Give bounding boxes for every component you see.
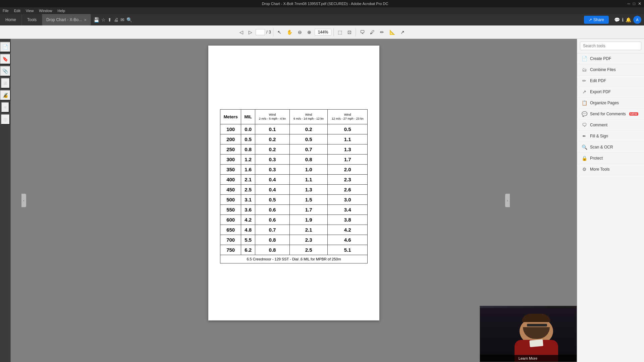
minimize-button[interactable]: ─ xyxy=(627,1,630,6)
left-sidebar: 📄 🔖 📎 ⊞ 🔏 ≡ ◎ xyxy=(0,39,11,362)
nav-search-icon[interactable]: 🔍 xyxy=(126,17,132,22)
left-sidebar-pages-icon[interactable]: 📄 xyxy=(0,42,11,52)
toolbar-zoom-value[interactable]: 144% xyxy=(315,29,331,36)
left-panel-collapse[interactable]: ‹ xyxy=(21,194,26,207)
table-cell-5-2: 0.4 xyxy=(255,175,290,185)
fill-&-sign-label: Fill & Sign xyxy=(590,134,608,138)
toolbar-share-view-tool[interactable]: ↗ xyxy=(398,28,407,36)
toolbar-hand-tool[interactable]: ✋ xyxy=(285,28,294,36)
toolbar-comment-tool[interactable]: 🗨 xyxy=(358,28,367,36)
nav-email-icon[interactable]: ✉ xyxy=(120,17,124,22)
table-cell-6-2: 0.4 xyxy=(255,185,290,195)
content-area: ‹ › Meters MIL Wind 2 m/s - 5 mph - 4 kn xyxy=(11,39,577,362)
left-sidebar-extra-icon[interactable]: ◎ xyxy=(1,114,10,125)
toolbar-next-page[interactable]: ▷ xyxy=(247,28,254,36)
right-tool-item-scan-&-ocr[interactable]: 🔍Scan & OCR xyxy=(577,142,644,153)
left-sidebar-attachments-icon[interactable]: 📎 xyxy=(0,66,11,76)
table-row: 7005.50.82.34.6 xyxy=(220,235,368,245)
toolbar-prev-page[interactable]: ◁ xyxy=(237,28,245,36)
table-cell-2-0: 250 xyxy=(220,144,241,155)
table-cell-5-4: 2.3 xyxy=(328,175,368,185)
nav-upload-icon[interactable]: ⬆ xyxy=(108,17,112,22)
right-tool-item-create-pdf[interactable]: 📄Create PDF xyxy=(577,53,644,64)
menu-help[interactable]: Help xyxy=(57,9,65,13)
share-button[interactable]: ↗ Share xyxy=(584,16,609,24)
menu-view[interactable]: View xyxy=(26,9,34,13)
toolbar-cursor-tool[interactable]: ↖ xyxy=(275,28,283,36)
left-sidebar-content-icon[interactable]: ≡ xyxy=(1,102,9,113)
table-cell-7-4: 3.0 xyxy=(328,195,368,205)
table-cell-9-1: 4.2 xyxy=(241,215,255,225)
table-cell-7-3: 1.5 xyxy=(289,195,327,205)
toolbar-page-input[interactable]: 1 xyxy=(256,29,265,35)
nav-home[interactable]: Home xyxy=(0,14,22,25)
toolbar-highlight-tool[interactable]: 🖊 xyxy=(368,28,377,36)
scan-&-ocr-icon: 🔍 xyxy=(581,144,587,150)
nav-tab-document[interactable]: Drop Chart - X-Bo... ✕ xyxy=(42,14,91,25)
table-cell-12-4: 5.1 xyxy=(328,245,368,255)
table-row: 1000.00.10.20.5 xyxy=(220,124,368,134)
left-sidebar-signatures-icon[interactable]: 🔏 xyxy=(0,90,11,101)
right-tool-item-combine-files[interactable]: 🗂Combine Files xyxy=(577,64,644,75)
table-cell-1-3: 0.5 xyxy=(289,134,327,144)
table-cell-4-1: 1.6 xyxy=(241,165,255,175)
nav-avatar-icon[interactable]: A xyxy=(633,16,641,24)
toolbar-zoom-out[interactable]: ⊖ xyxy=(296,28,304,36)
nav-save-icon[interactable]: 💾 xyxy=(94,17,99,22)
right-tool-item-export-pdf[interactable]: ↗Export PDF xyxy=(577,86,644,98)
right-tool-item-edit-pdf[interactable]: ✏Edit PDF xyxy=(577,75,644,86)
learn-more-bar[interactable]: Learn More xyxy=(480,355,577,362)
tab-close-icon[interactable]: ✕ xyxy=(84,18,87,22)
left-sidebar-layers-icon[interactable]: ⊞ xyxy=(1,78,10,88)
nav-print-icon[interactable]: 🖨 xyxy=(114,17,118,22)
toolbar-fit-page[interactable]: ⊡ xyxy=(345,28,354,36)
titlebar-controls[interactable]: ─ □ ✕ xyxy=(627,1,641,6)
right-tool-item-comment[interactable]: 🗨Comment xyxy=(577,120,644,131)
table-row: 2500.80.20.71.3 xyxy=(220,144,368,155)
right-tool-item-organize-pages[interactable]: 📋Organize Pages xyxy=(577,98,644,109)
right-panel-collapse[interactable]: › xyxy=(505,194,510,207)
nav-notification-icon[interactable]: 🔔 xyxy=(626,17,631,22)
toolbar-page-total: 3 xyxy=(269,30,271,35)
table-cell-7-2: 0.5 xyxy=(255,195,290,205)
close-button[interactable]: ✕ xyxy=(638,1,641,6)
table-cell-12-2: 0.8 xyxy=(255,245,290,255)
toolbar-draw-tool[interactable]: ✏ xyxy=(378,28,386,36)
nav-tools[interactable]: Tools xyxy=(22,14,42,25)
tools-search-input[interactable] xyxy=(580,42,641,50)
toolbar-measure-tool[interactable]: 📐 xyxy=(387,28,397,36)
left-sidebar-bookmarks-icon[interactable]: 🔖 xyxy=(0,54,11,64)
table-cell-1-4: 1.1 xyxy=(328,134,368,144)
scan-&-ocr-label: Scan & OCR xyxy=(590,145,613,149)
toolbar-zoom-in[interactable]: ⊕ xyxy=(305,28,313,36)
nav-bookmark-icon[interactable]: ☆ xyxy=(101,17,106,22)
table-cell-10-4: 4.2 xyxy=(328,225,368,235)
right-tool-item-fill-&-sign[interactable]: ✒Fill & Sign xyxy=(577,131,644,142)
menu-window[interactable]: Window xyxy=(39,9,52,13)
table-cell-9-0: 600 xyxy=(220,215,241,225)
menu-edit[interactable]: Edit xyxy=(14,9,20,13)
table-header-wind3: Wind 12 m/s - 27 mph - 23 kn xyxy=(328,109,368,124)
tools-list: 📄Create PDF🗂Combine Files✏Edit PDF↗Expor… xyxy=(577,53,644,175)
organize-pages-label: Organize Pages xyxy=(590,101,619,105)
toolbar-marquee-tool[interactable]: ⬚ xyxy=(336,28,344,36)
share-icon: ↗ xyxy=(589,17,592,22)
right-tool-item-more-tools[interactable]: ⚙More Tools xyxy=(577,164,644,175)
nav-info-icon[interactable]: ℹ xyxy=(622,17,624,22)
more-tools-icon: ⚙ xyxy=(581,167,587,172)
table-cell-5-3: 1.1 xyxy=(289,175,327,185)
menu-file[interactable]: File xyxy=(3,9,9,13)
comment-label: Comment xyxy=(590,123,607,127)
navbar: Home Tools Drop Chart - X-Bo... ✕ 💾 ☆ ⬆ … xyxy=(0,14,644,25)
right-tool-item-send-for-comments[interactable]: 💬Send for CommentsNEW xyxy=(577,109,644,120)
table-cell-9-2: 0.6 xyxy=(255,215,290,225)
send-for-comments-label: Send for Comments xyxy=(590,112,626,116)
table-header-meters: Meters xyxy=(220,109,241,124)
table-row: 3001.20.30.81.7 xyxy=(220,155,368,165)
send-for-comments-icon: 💬 xyxy=(581,111,587,117)
nav-comments-icon[interactable]: 💬 xyxy=(614,17,620,22)
maximize-button[interactable]: □ xyxy=(633,1,635,6)
right-tool-item-protect[interactable]: 🔒Protect xyxy=(577,153,644,164)
protect-label: Protect xyxy=(590,156,603,161)
table-cell-4-3: 1.0 xyxy=(289,165,327,175)
